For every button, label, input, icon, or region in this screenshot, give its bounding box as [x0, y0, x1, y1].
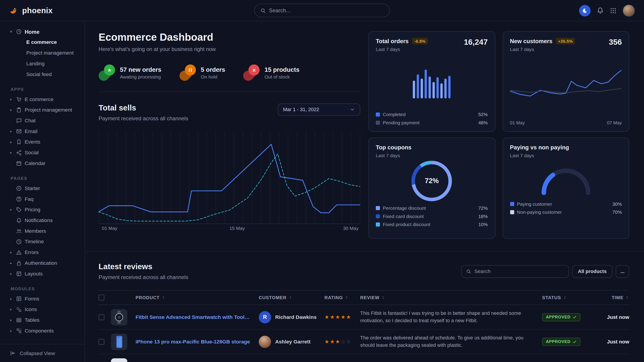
calendar-icon: [16, 161, 22, 166]
date-range-select[interactable]: Mar 1 - 31, 2022: [278, 103, 360, 116]
column-header-rating[interactable]: RATING: [324, 295, 360, 300]
sidebar-item-pricing[interactable]: ▸Pricing: [0, 204, 84, 215]
screen: phoenix ▾ Home E commerce Project manage…: [0, 0, 644, 362]
sidebar-item-components[interactable]: ▸Components: [0, 326, 84, 336]
date-range-value: Mar 1 - 31, 2022: [283, 107, 319, 112]
sidebar-nav: ▾ Home E commerce Project management Lan…: [0, 21, 84, 344]
notifications-button[interactable]: [597, 7, 604, 14]
legend-swatch: [376, 206, 380, 210]
sidebar-item-members[interactable]: Members: [0, 226, 84, 237]
user-avatar[interactable]: [623, 4, 635, 16]
sidebar-item-faq[interactable]: Faq: [0, 194, 84, 204]
column-header-review[interactable]: REVIEW: [360, 295, 542, 300]
search-input[interactable]: [269, 7, 384, 14]
sidebar-item-label: Project management: [24, 107, 72, 113]
sidebar-item-project-management-dashboard[interactable]: Project management: [0, 48, 84, 58]
total-sells-title: Total sells: [99, 103, 188, 112]
sort-icon: [625, 296, 629, 300]
sidebar-item-starter[interactable]: Starter: [0, 183, 84, 194]
sidebar-item-social[interactable]: ▸Social: [0, 147, 84, 158]
legend-swatch: [376, 121, 380, 125]
product-thumbnail: [111, 358, 127, 362]
customer-name: Richard Dawkins: [275, 314, 317, 320]
sidebar-item-errors[interactable]: ▸Errors: [0, 247, 84, 258]
sidebar-item-label: Pricing: [24, 207, 40, 213]
row-checkbox[interactable]: [99, 314, 104, 320]
sidebar-item-authentication[interactable]: ▸Authentication: [0, 258, 84, 269]
stat-label: Out of stock: [264, 74, 300, 79]
phoenix-logo-icon: [9, 5, 19, 15]
global-search[interactable]: [254, 4, 390, 17]
apps-menu-button[interactable]: [610, 7, 616, 14]
legend-fixed-card-discount: Fixed card discount 18%: [376, 214, 488, 219]
total-orders-chart: [412, 62, 451, 98]
sidebar-item-social-feed[interactable]: Social feed: [0, 69, 84, 80]
sidebar-item-label: Starter: [24, 186, 40, 191]
product-link[interactable]: Fitbit Sense Advanced Smartwatch with To…: [136, 314, 259, 320]
customer-name: Ashley Garrett: [275, 339, 310, 345]
sidebar-item-icons[interactable]: ▸Icons: [0, 304, 84, 315]
stat-orders-on-hold: 5 orders On hold: [180, 64, 225, 81]
caret-down-icon: ▾: [9, 29, 13, 33]
components-icon: [16, 328, 22, 334]
reviews-search-input[interactable]: [474, 268, 564, 274]
sidebar-item-project-management-app[interactable]: ▸Project management: [0, 105, 84, 115]
customer-cell: R Richard Dawkins: [259, 311, 324, 323]
sidebar-item-chat[interactable]: Chat: [0, 115, 84, 126]
card-period: Last 7 days: [510, 47, 575, 52]
sidebar-item-ecommerce-dashboard[interactable]: E commerce: [0, 37, 84, 48]
collapse-icon: [10, 350, 16, 357]
sidebar-item-forms[interactable]: ▸Forms: [0, 293, 84, 304]
caret-right-icon: ▸: [9, 272, 13, 276]
legend-value: 52%: [478, 112, 488, 117]
reviews-search[interactable]: [461, 265, 569, 278]
sidebar: ▾ Home E commerce Project management Lan…: [0, 21, 85, 362]
sidebar-item-label: Social: [24, 150, 38, 156]
sidebar-item-timeline[interactable]: Timeline: [0, 236, 84, 247]
column-header-status[interactable]: STATUS: [542, 295, 596, 300]
sidebar-item-ecommerce-app[interactable]: ▸E commerce: [0, 94, 84, 105]
sidebar-item-home[interactable]: ▾ Home: [0, 26, 84, 37]
theme-toggle-button[interactable]: [579, 5, 590, 16]
product-thumbnail: [111, 309, 127, 325]
sidebar-item-calendar[interactable]: Calendar: [0, 158, 84, 169]
select-all-checkbox[interactable]: [99, 295, 104, 301]
sidebar-item-events[interactable]: ▸Events: [0, 137, 84, 147]
sidebar-item-label: Tables: [24, 317, 40, 323]
page-title: Ecommerce Dashboard: [99, 31, 360, 43]
all-products-button[interactable]: All products: [572, 265, 612, 278]
search-icon: [466, 269, 471, 274]
sidebar-item-label: Components: [24, 328, 54, 334]
row-checkbox[interactable]: [99, 339, 104, 345]
sidebar-item-landing[interactable]: Landing: [0, 58, 84, 69]
phone-image: [111, 333, 127, 350]
legend-pending-payment: Pending payment 48%: [376, 120, 488, 125]
time-cell: Just now: [596, 314, 629, 320]
card-period: Last 7 days: [376, 47, 428, 52]
legend-non-paying-customer: Non-paying customer 70%: [510, 210, 622, 215]
total-sells-chart: [99, 131, 360, 224]
new-customers-chart: [510, 64, 622, 110]
close-icon: ×: [243, 64, 260, 81]
sidebar-item-tables[interactable]: ▸Tables: [0, 315, 84, 326]
column-header-product[interactable]: PRODUCT: [136, 295, 259, 300]
sidebar-section-pages: PAGES: [0, 176, 84, 180]
form-icon: [16, 296, 22, 302]
sidebar-item-notifications[interactable]: Notifications: [0, 215, 84, 226]
collapse-sidebar-button[interactable]: Collapsed View: [0, 344, 84, 362]
stat-value: 5 orders: [201, 66, 225, 73]
bell-icon: [597, 7, 604, 14]
more-options-button[interactable]: ...: [616, 265, 629, 278]
sidebar-item-layouts[interactable]: ▸Layouts: [0, 268, 84, 279]
legend-label: Fixed card discount: [383, 214, 424, 219]
brand[interactable]: phoenix: [9, 5, 52, 15]
card-title: Total orders: [376, 38, 408, 44]
column-header-customer[interactable]: CUSTOMER: [259, 295, 324, 300]
sidebar-item-email[interactable]: ▸Email: [0, 126, 84, 137]
card-title: Paying vs non paying: [510, 144, 622, 150]
column-header-time[interactable]: TIME: [596, 295, 629, 300]
card-title: New customers: [510, 38, 552, 44]
card-period: Last 7 days: [376, 153, 488, 158]
legend-value: 72%: [478, 206, 488, 211]
product-link[interactable]: iPhone 13 pro max-Pacific Blue-128GB sto…: [136, 339, 259, 345]
